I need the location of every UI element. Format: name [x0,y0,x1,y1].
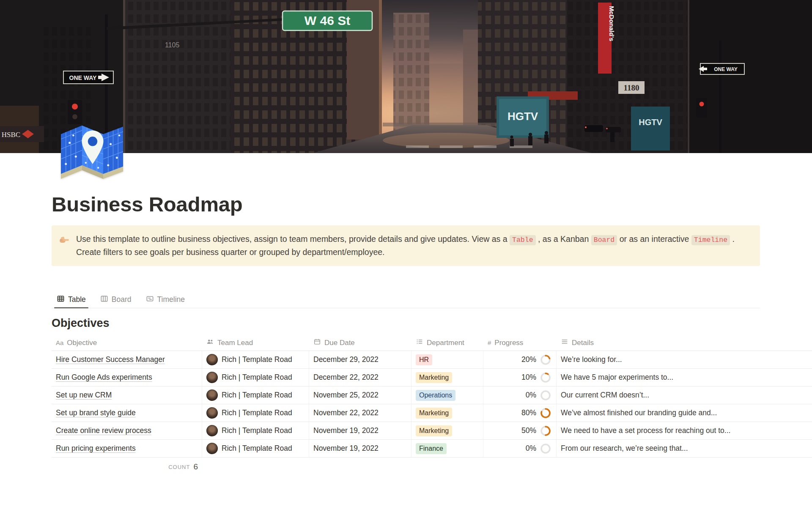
progress-cell[interactable]: 10% [483,369,557,386]
column-header-objective[interactable]: AaObjective [52,335,202,351]
objective-cell[interactable]: Hire Customer Success Manager [52,351,202,368]
svg-text:HGTV: HGTV [508,110,538,123]
objective-cell[interactable]: Set up brand style guide [52,404,202,422]
due-date-cell[interactable]: November 25, 2022 [309,386,411,404]
progress-cell[interactable]: 80% [483,404,557,422]
callout-segment: , as a Kanban [536,234,591,244]
progress-ring-icon [540,408,551,419]
objective-title[interactable]: Set up brand style guide [56,408,136,417]
inline-code: Table [510,235,536,245]
calendar-icon [313,338,321,348]
due-date: November 19, 2022 [313,426,379,435]
due-date: December 22, 2022 [313,373,379,382]
department-tag: Marketing [416,372,452,383]
team-lead-cell[interactable]: Rich | Template Road [202,440,309,457]
column-label: Progress [494,339,523,347]
traffic-light-right [696,98,707,118]
progress-value: 80% [521,408,536,417]
team-lead-cell[interactable]: Rich | Template Road [202,369,309,386]
team-lead-name: Rich | Template Road [222,426,292,435]
objective-cell[interactable]: Create online review process [52,422,202,439]
progress-value: 0% [526,444,536,453]
progress-ring-icon [540,425,551,436]
team-lead-name: Rich | Template Road [222,391,292,400]
team-lead-cell[interactable]: Rich | Template Road [202,404,309,422]
page-title[interactable]: Business Roadmap [52,192,760,217]
hsbc-sign: HSBC [0,126,44,142]
objective-cell[interactable]: Set up new CRM [52,386,202,404]
column-header-department[interactable]: Department [411,335,483,351]
team-lead-cell[interactable]: Rich | Template Road [202,351,309,368]
due-date-cell[interactable]: November 19, 2022 [309,422,411,439]
objective-title[interactable]: Run pricing experiments [56,444,136,453]
objective-title[interactable]: Run Google Ads experiments [56,373,152,382]
due-date-cell[interactable]: November 22, 2022 [309,404,411,422]
due-date: November 25, 2022 [313,391,379,400]
details-text: Our current CRM doesn’t... [561,391,649,400]
column-header-team-lead[interactable]: Team Lead [202,335,309,351]
department-cell[interactable]: Finance [411,440,483,457]
team-lead-name: Rich | Template Road [222,408,292,417]
details-cell[interactable]: We have 5 major experiments to... [557,369,812,386]
objective-cell[interactable]: Run Google Ads experiments [52,369,202,386]
department-cell[interactable]: Marketing [411,369,483,386]
tab-timeline[interactable]: Timeline [141,291,190,308]
progress-cell[interactable]: 20% [483,351,557,368]
column-header-due-date[interactable]: Due Date [309,335,411,351]
objective-title[interactable]: Hire Customer Success Manager [56,355,165,364]
table-row: Run Google Ads experimentsRich | Templat… [52,369,812,386]
progress-cell[interactable]: 50% [483,422,557,439]
objective-title[interactable]: Set up new CRM [56,391,112,400]
department-cell[interactable]: HR [411,351,483,368]
avatar [206,354,218,365]
team-lead-cell[interactable]: Rich | Template Road [202,422,309,439]
objective-title[interactable]: Create online review process [56,426,151,435]
details-cell[interactable]: From our research, we’re seeing that... [557,440,812,457]
avatar [206,389,218,401]
details-cell[interactable]: Our current CRM doesn’t... [557,386,812,404]
details-cell[interactable]: We need to have a set process for reachi… [557,422,812,439]
inline-code: Timeline [691,235,730,245]
column-label: Objective [67,339,97,347]
tab-table[interactable]: Table [52,291,91,308]
avatar [206,443,218,454]
department-tag: Marketing [416,408,452,419]
table-footer-count[interactable]: COUNT 6 [52,458,202,475]
column-header-progress[interactable]: #Progress [483,335,557,351]
avatar [206,407,218,419]
progress-cell[interactable]: 0% [483,386,557,404]
building-number-1105: 1105 [165,41,180,49]
progress-value: 20% [521,355,536,364]
column-header-details[interactable]: Details [557,335,812,351]
svg-text:HGTV: HGTV [639,118,662,127]
details-cell[interactable]: We’re looking for... [557,351,812,368]
department-cell[interactable]: Marketing [411,422,483,439]
page-icon-map[interactable] [57,118,127,181]
callout: Use this template to outline business ob… [52,225,760,266]
department-cell[interactable]: Operations [411,386,483,404]
progress-cell[interactable]: 0% [483,440,557,457]
view-title[interactable]: Objectives [52,317,760,330]
progress-value: 10% [521,373,536,382]
objective-cell[interactable]: Run pricing experiments [52,440,202,457]
progress-value: 50% [521,426,536,435]
due-date: November 19, 2022 [313,444,379,453]
person-icon [206,338,214,348]
tab-board[interactable]: Board [95,291,137,308]
due-date-cell[interactable]: November 19, 2022 [309,440,411,457]
team-lead-cell[interactable]: Rich | Template Road [202,386,309,404]
column-label: Team Lead [217,339,253,347]
department-cell[interactable]: Marketing [411,404,483,422]
street-sign-w46st: W 46 St [283,11,372,30]
details-cell[interactable]: We’ve almost finished our branding guide… [557,404,812,422]
timeline-icon [146,295,154,305]
department-tag: HR [416,354,432,365]
svg-text:HSBC: HSBC [2,131,20,139]
column-label: Department [427,339,464,347]
progress-ring-icon [540,354,551,365]
due-date-cell[interactable]: December 22, 2022 [309,369,411,386]
pointing-right-hand-icon [59,234,70,245]
due-date-cell[interactable]: December 29, 2022 [309,351,411,368]
title-icon: Aa [56,339,63,347]
callout-segment: or as an interactive [617,234,691,244]
